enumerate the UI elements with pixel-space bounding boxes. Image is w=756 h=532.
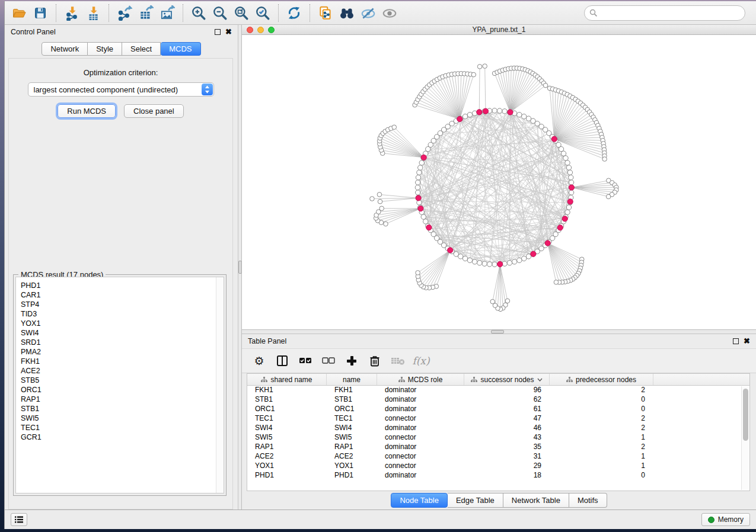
table-row[interactable]: SWI4SWI4dominator462 <box>247 424 749 433</box>
table-row[interactable]: ACE2ACE2connector311 <box>247 452 749 462</box>
table-cell: 61 <box>464 405 550 414</box>
zoom-out-icon <box>212 5 228 21</box>
zoom-fit-button[interactable] <box>231 4 252 23</box>
table-row[interactable]: YOX1YOX1connector291 <box>247 462 749 471</box>
list-icon <box>14 515 24 524</box>
close-panel-icon[interactable]: ✖ <box>225 29 232 35</box>
column-label: shared name <box>270 376 312 384</box>
table-row[interactable]: RAP1RAP1dominator352 <box>247 443 749 452</box>
task-history-button[interactable] <box>11 513 27 526</box>
show-all-button[interactable] <box>379 4 400 23</box>
zoom-out-button[interactable] <box>209 4 231 23</box>
horizontal-splitter[interactable] <box>242 330 756 334</box>
save-session-button[interactable] <box>30 4 51 23</box>
tab-network[interactable]: Network <box>42 42 88 56</box>
vertical-splitter[interactable] <box>238 25 242 509</box>
export-image-button[interactable] <box>157 4 178 23</box>
search-input[interactable] <box>584 5 745 21</box>
mcds-result-item[interactable]: PMA2 <box>21 347 216 357</box>
table-cell: dominator <box>377 424 464 433</box>
export-table-button[interactable] <box>135 4 157 23</box>
mcds-result-item[interactable]: SWI5 <box>21 414 216 423</box>
float-panel-icon[interactable] <box>733 338 739 344</box>
float-panel-icon[interactable] <box>215 29 221 35</box>
table-cell: PHD1 <box>247 471 327 480</box>
gear-icon: ⚙ <box>254 354 264 367</box>
deselect-all-button[interactable] <box>320 352 337 370</box>
close-panel-button[interactable]: Close panel <box>124 104 184 118</box>
mcds-result-item[interactable]: SWI4 <box>21 328 216 338</box>
column-header[interactable]: shared name <box>247 374 327 385</box>
hide-selected-button[interactable] <box>358 4 379 23</box>
table-cell: SWI5 <box>327 433 377 443</box>
import-table-icon <box>85 5 101 21</box>
column-header[interactable]: predecessor nodes <box>550 374 653 385</box>
node-table[interactable]: shared namenameMCDS rolesuccessor nodesp… <box>247 373 750 491</box>
table-row[interactable]: TEC1TEC1connector472 <box>247 414 749 424</box>
zoom-in-button[interactable] <box>188 4 209 23</box>
table-row[interactable]: ORC1ORC1dominator610 <box>247 405 749 414</box>
delete-table-button[interactable] <box>389 352 407 370</box>
open-file-button[interactable] <box>8 4 30 23</box>
tab-style[interactable]: Style <box>88 42 122 56</box>
table-cell: ORC1 <box>247 405 327 414</box>
import-network-button[interactable] <box>61 4 82 23</box>
mcds-result-item[interactable]: PHD1 <box>21 281 216 290</box>
splitter-grip[interactable] <box>491 330 504 334</box>
table-tab-motifs[interactable]: Motifs <box>569 493 607 508</box>
mcds-result-item[interactable]: CAR1 <box>21 290 216 300</box>
memory-button[interactable]: Memory <box>701 513 750 526</box>
mcds-result-item[interactable]: SRD1 <box>21 338 216 347</box>
table-cell: RAP1 <box>247 443 327 452</box>
table-row[interactable]: PHD1PHD1dominator180 <box>247 471 749 480</box>
function-builder-button[interactable]: f(x) <box>412 352 430 370</box>
delete-columns-button[interactable] <box>366 352 384 370</box>
table-tab-edge-table[interactable]: Edge Table <box>448 493 503 508</box>
mcds-result-list[interactable]: PHD1CAR1STP4TID3YOX1SWI4SRD1PMA2FKH1ACE2… <box>15 277 224 493</box>
import-table-button[interactable] <box>82 4 104 23</box>
mcds-result-item[interactable]: TID3 <box>21 309 216 319</box>
first-neighbors-button[interactable] <box>336 4 358 23</box>
zoom-selected-button[interactable] <box>252 4 273 23</box>
show-columns-button[interactable] <box>273 352 291 370</box>
run-mcds-button[interactable]: Run MCDS <box>58 104 116 118</box>
column-header[interactable]: successor nodes <box>464 374 550 385</box>
table-tab-node-table[interactable]: Node Table <box>391 493 448 508</box>
close-panel-icon[interactable]: ✖ <box>744 338 750 344</box>
mcds-result-item[interactable]: ORC1 <box>21 385 216 395</box>
mcds-result-item[interactable]: YOX1 <box>21 319 216 328</box>
mcds-list-scrollbar[interactable] <box>216 277 224 493</box>
mcds-result-item[interactable]: ACE2 <box>21 366 216 376</box>
table-row[interactable]: STB1STB1dominator620 <box>247 395 749 405</box>
dropdown-stepper-icon <box>202 84 213 95</box>
table-settings-button[interactable]: ⚙ <box>250 352 268 370</box>
table-tab-network-table[interactable]: Network Table <box>503 493 569 508</box>
clone-network-button[interactable] <box>315 4 336 23</box>
network-graph[interactable] <box>242 35 756 329</box>
scrollbar-thumb[interactable] <box>743 389 748 441</box>
mcds-result-item[interactable]: GCR1 <box>21 432 216 442</box>
column-type-icon <box>566 377 573 383</box>
tab-select[interactable]: Select <box>122 42 161 56</box>
mcds-result-item[interactable]: TEC1 <box>21 423 216 432</box>
tab-mcds[interactable]: MCDS <box>161 42 200 56</box>
table-cell: 2 <box>550 424 653 433</box>
select-all-button[interactable] <box>296 352 314 370</box>
column-header[interactable]: MCDS role <box>377 374 464 385</box>
mcds-result-item[interactable]: RAP1 <box>21 395 216 404</box>
table-scrollbar[interactable] <box>741 386 749 490</box>
table-row[interactable]: FKH1FKH1dominator962 <box>247 386 749 395</box>
add-column-button[interactable] <box>343 352 361 370</box>
export-network-button[interactable] <box>114 4 135 23</box>
mcds-result-item[interactable]: STB5 <box>21 376 216 385</box>
table-row[interactable]: SWI5SWI5connector431 <box>247 433 749 443</box>
table-cell: 46 <box>464 424 550 433</box>
column-header[interactable]: name <box>327 374 377 385</box>
network-canvas[interactable] <box>242 35 756 329</box>
mcds-result-item[interactable]: STB1 <box>21 404 216 414</box>
toolbar-separator <box>183 4 183 22</box>
optimization-dropdown[interactable]: largest connected component (undirected) <box>28 82 214 97</box>
mcds-result-item[interactable]: STP4 <box>21 300 216 309</box>
refresh-button[interactable] <box>283 4 305 23</box>
mcds-result-item[interactable]: FKH1 <box>21 357 216 366</box>
